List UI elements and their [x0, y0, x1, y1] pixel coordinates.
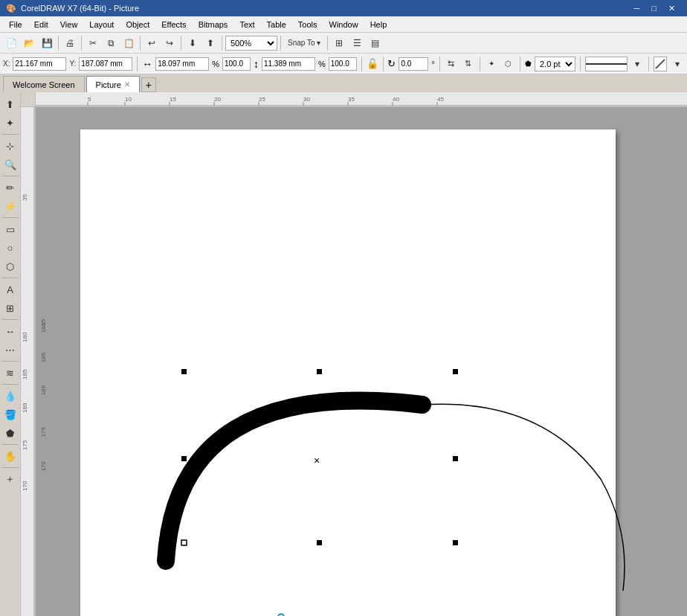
open-btn[interactable]: 📂: [21, 35, 37, 51]
view-btn1[interactable]: ⊞: [331, 35, 347, 51]
canvas-area[interactable]: 5 10 15 20 25 30 35 40 45: [21, 92, 687, 616]
svg-text:189: 189: [22, 402, 28, 413]
undo-btn[interactable]: ↩: [143, 35, 160, 51]
save-btn[interactable]: 💾: [39, 35, 55, 51]
tab-welcome[interactable]: Welcome Screen: [3, 76, 85, 92]
menu-layout[interactable]: Layout: [83, 19, 120, 31]
node-btn[interactable]: ✦: [485, 56, 499, 72]
left-sep6: [2, 361, 19, 362]
line-style-arrow[interactable]: ▾: [630, 56, 645, 72]
snap-to-btn[interactable]: Snap To ▾: [284, 35, 324, 51]
svg-text:185: 185: [22, 369, 28, 379]
mirror-v-btn[interactable]: ⇅: [461, 56, 475, 72]
left-sep9: [2, 467, 19, 468]
size-icon: ↔: [142, 58, 152, 70]
svg-text:10: 10: [125, 96, 132, 103]
svg-text:175: 175: [22, 440, 28, 450]
minimize-btn[interactable]: ─: [628, 4, 646, 13]
copy-btn[interactable]: ⧉: [103, 35, 119, 51]
menu-view[interactable]: View: [54, 19, 84, 31]
pct-h-input[interactable]: [329, 57, 357, 71]
cut-btn[interactable]: ✂: [85, 35, 101, 51]
pct-w-label: %: [212, 60, 219, 68]
sep3: [140, 36, 141, 51]
degree-symbol: °: [431, 60, 434, 68]
end-cap-arrow[interactable]: ▾: [670, 56, 684, 72]
menu-help[interactable]: Help: [364, 19, 393, 31]
left-toolbar: ⬆ ✦ ⊹ 🔍 ✏ ⚡ ▭ ○ ⬡ A ⊞ ↔ ⋯ ≋ 💧 🪣 ⬟ ✋ ＋: [0, 92, 21, 616]
angle-input[interactable]: [399, 57, 428, 71]
tab-picture[interactable]: Picture ✕: [86, 76, 140, 92]
menu-tools[interactable]: Tools: [292, 19, 323, 31]
redo-btn[interactable]: ↪: [161, 35, 178, 51]
plus-btn[interactable]: ＋: [1, 470, 19, 488]
export-btn[interactable]: ⬆: [202, 35, 219, 51]
crop-tool-btn[interactable]: ⊹: [1, 137, 19, 155]
drawing-area[interactable]: × 35: [36, 107, 687, 616]
menu-file[interactable]: File: [3, 19, 28, 31]
svg-line-1: [656, 60, 665, 68]
x-input[interactable]: [13, 57, 66, 71]
zoom-select[interactable]: 500% 400% 200% 100%: [225, 36, 277, 51]
title-bar: 🎨 CorelDRAW X7 (64-Bit) - Picture ─ □ ✕: [0, 0, 687, 16]
paste-btn[interactable]: 📋: [120, 35, 137, 51]
add-icon: +: [146, 79, 152, 91]
parallel-dim-btn[interactable]: ↔: [1, 322, 19, 340]
import-btn[interactable]: ⬇: [184, 35, 201, 51]
dropper-btn[interactable]: 💧: [1, 387, 19, 405]
menu-window[interactable]: Window: [323, 19, 364, 31]
text-btn[interactable]: A: [1, 280, 19, 298]
menu-edit[interactable]: Edit: [28, 19, 54, 31]
sep6: [280, 36, 281, 51]
y-input[interactable]: [79, 57, 132, 71]
ellipse-btn[interactable]: ○: [1, 239, 19, 257]
page: [80, 129, 616, 616]
svg-text:15: 15: [170, 96, 176, 103]
left-sep2: [2, 176, 19, 176]
lock-icon[interactable]: 🔓: [367, 58, 378, 69]
view-btn2[interactable]: ☰: [349, 35, 365, 51]
convert-btn[interactable]: ⬡: [501, 56, 515, 72]
menu-object[interactable]: Object: [120, 19, 155, 31]
node-tool-btn[interactable]: ✦: [1, 114, 19, 132]
left-sep4: [2, 277, 19, 278]
close-btn[interactable]: ✕: [662, 4, 681, 13]
menu-text[interactable]: Text: [233, 19, 260, 31]
sep7: [327, 36, 328, 51]
smart-fill-btn[interactable]: ⚡: [1, 197, 19, 215]
fill-btn[interactable]: 🪣: [1, 405, 19, 423]
new-btn[interactable]: 📄: [3, 35, 19, 51]
line-style-btn[interactable]: [585, 57, 628, 71]
rectangle-btn[interactable]: ▭: [1, 220, 19, 238]
x-label: X:: [3, 60, 10, 68]
outline-select[interactable]: 2.0 pt 0.5 pt 1.0 pt 4.0 pt: [535, 57, 575, 71]
freehand-btn[interactable]: ✏: [1, 179, 19, 196]
connector-btn[interactable]: ⋯: [1, 341, 19, 359]
end-cap-btn[interactable]: [654, 57, 667, 71]
h-input[interactable]: [262, 57, 315, 71]
tab-close-icon[interactable]: ✕: [124, 80, 130, 89]
menu-effects[interactable]: Effects: [155, 19, 192, 31]
svg-text:20: 20: [214, 96, 221, 103]
menu-bitmaps[interactable]: Bitmaps: [193, 19, 234, 31]
zoom-tool-btn[interactable]: 🔍: [1, 155, 19, 173]
svg-text:170: 170: [22, 481, 28, 491]
outline-label: ⬟: [525, 60, 532, 68]
mirror-h-btn[interactable]: ⇆: [445, 56, 459, 72]
polygon-btn[interactable]: ⬡: [1, 257, 19, 275]
menu-table[interactable]: Table: [261, 19, 292, 31]
coord-sep7: [580, 57, 581, 71]
table-btn[interactable]: ⊞: [1, 299, 19, 317]
hand-btn[interactable]: ✋: [1, 447, 19, 465]
blend-btn[interactable]: ≋: [1, 364, 19, 382]
pct-w-input[interactable]: [222, 57, 251, 71]
maximize-btn[interactable]: □: [645, 4, 662, 13]
tab-add-btn[interactable]: +: [141, 77, 156, 92]
view-btn3[interactable]: ▤: [367, 35, 383, 51]
w-input[interactable]: [155, 57, 209, 71]
app-icon: 🎨: [6, 4, 16, 13]
select-tool-btn[interactable]: ⬆: [1, 95, 19, 113]
print-btn[interactable]: 🖨: [62, 35, 78, 51]
sep5: [222, 36, 222, 51]
outline-btn[interactable]: ⬟: [1, 424, 19, 442]
